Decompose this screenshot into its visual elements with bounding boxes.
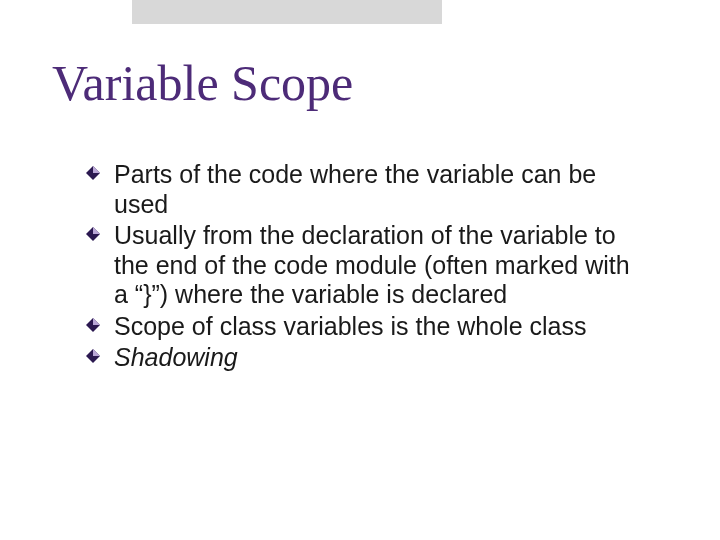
svg-marker-1 <box>93 166 100 173</box>
slide-body: Parts of the code where the variable can… <box>86 160 646 375</box>
diamond-bullet-icon <box>86 318 100 332</box>
bullet-list: Parts of the code where the variable can… <box>86 160 646 373</box>
list-item: Scope of class variables is the whole cl… <box>86 312 646 342</box>
diamond-bullet-icon <box>86 227 100 241</box>
list-item: Usually from the declaration of the vari… <box>86 221 646 310</box>
bullet-text: Scope of class variables is the whole cl… <box>114 312 586 340</box>
list-item: Parts of the code where the variable can… <box>86 160 646 219</box>
bullet-text: Parts of the code where the variable can… <box>114 160 596 218</box>
svg-marker-5 <box>93 318 100 325</box>
slide-title: Variable Scope <box>52 54 353 112</box>
bullet-text: Shadowing <box>114 343 238 371</box>
diamond-bullet-icon <box>86 166 100 180</box>
diamond-bullet-icon <box>86 349 100 363</box>
svg-marker-7 <box>93 349 100 356</box>
list-item: Shadowing <box>86 343 646 373</box>
svg-marker-3 <box>93 227 100 234</box>
slide-stage: Variable Scope Parts of the code where t… <box>0 0 720 540</box>
title-placeholder-bar <box>132 0 442 24</box>
bullet-text: Usually from the declaration of the vari… <box>114 221 630 308</box>
